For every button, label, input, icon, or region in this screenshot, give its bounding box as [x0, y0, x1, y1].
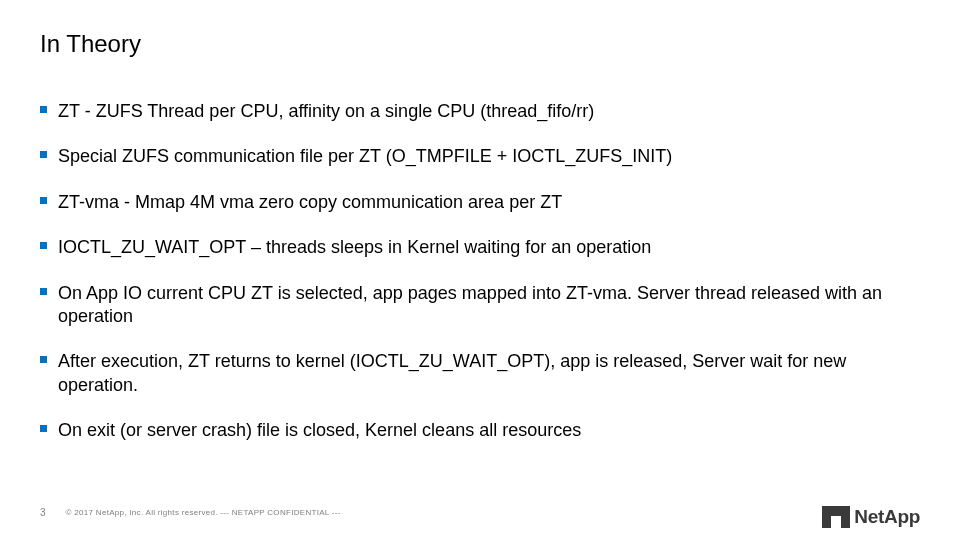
- list-item: ZT-vma - Mmap 4M vma zero copy communica…: [40, 191, 920, 214]
- copyright-text: © 2017 NetApp, Inc. All rights reserved.…: [66, 508, 341, 517]
- list-item: On exit (or server crash) file is closed…: [40, 419, 920, 442]
- list-item: Special ZUFS communication file per ZT (…: [40, 145, 920, 168]
- brand-logo: NetApp: [822, 506, 920, 528]
- footer: 3 © 2017 NetApp, Inc. All rights reserve…: [0, 500, 960, 524]
- brand-name: NetApp: [854, 506, 920, 528]
- page-number: 3: [40, 507, 46, 518]
- bullet-list: ZT - ZUFS Thread per CPU, affinity on a …: [40, 100, 920, 443]
- list-item: ZT - ZUFS Thread per CPU, affinity on a …: [40, 100, 920, 123]
- list-item: After execution, ZT returns to kernel (I…: [40, 350, 920, 397]
- slide: In Theory ZT - ZUFS Thread per CPU, affi…: [0, 0, 960, 540]
- svg-rect-2: [831, 506, 841, 516]
- page-title: In Theory: [40, 30, 920, 58]
- netapp-icon: [822, 506, 850, 528]
- svg-rect-0: [822, 506, 831, 528]
- list-item: IOCTL_ZU_WAIT_OPT – threads sleeps in Ke…: [40, 236, 920, 259]
- list-item: On App IO current CPU ZT is selected, ap…: [40, 282, 920, 329]
- svg-rect-1: [841, 506, 850, 528]
